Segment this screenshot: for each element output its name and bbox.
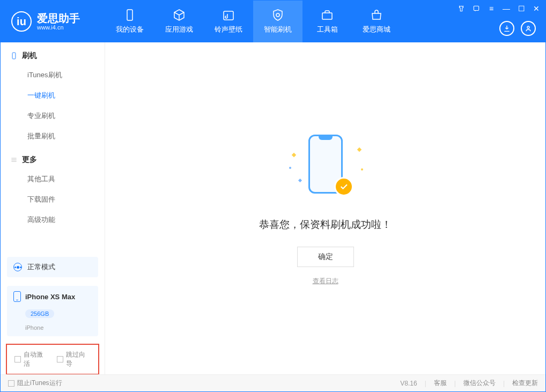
sidebar-group-flash: 刷机 (1, 42, 105, 65)
nav-label: 爱思商城 (363, 25, 390, 34)
status-bar: 阻止iTunes运行 V8.16 | 客服 | 微信公众号 | 检查更新 (1, 374, 545, 391)
check-update-link[interactable]: 检查更新 (512, 379, 538, 388)
checkbox-icon (14, 356, 21, 363)
svg-rect-0 (127, 10, 132, 20)
ok-button[interactable]: 确定 (297, 247, 354, 267)
mode-label: 正常模式 (27, 262, 55, 272)
checkbox-auto-activate[interactable]: 自动激活 (14, 350, 48, 368)
svg-rect-5 (12, 53, 16, 59)
nav-label: 智能刷机 (264, 25, 292, 34)
app-logo-icon: iu (11, 11, 32, 32)
app-header: iu 爱思助手 www.i4.cn 我的设备 应用游戏 铃声壁纸 智能刷机 工具… (1, 1, 545, 42)
separator: | (503, 380, 505, 387)
nav-label: 铃声壁纸 (215, 25, 242, 34)
sidebar-item-batch-flash[interactable]: 批量刷机 (1, 126, 105, 146)
device-icon (123, 9, 136, 21)
list-icon (10, 156, 18, 164)
sparkle-icon (291, 152, 296, 157)
nav-label: 应用游戏 (165, 25, 193, 34)
mode-box[interactable]: 正常模式 (7, 257, 98, 277)
shirt-icon[interactable] (456, 4, 466, 13)
phone-outline-icon (10, 52, 18, 60)
download-button[interactable] (499, 21, 514, 36)
flash-options-row: 自动激活 跳过向导 (6, 344, 99, 375)
app-body: 刷机 iTunes刷机 一键刷机 专业刷机 批量刷机 更多 其他工具 下载固件 … (1, 42, 545, 375)
sidebar-item-other-tools[interactable]: 其他工具 (1, 169, 105, 189)
nav-label: 我的设备 (116, 25, 144, 34)
checkmark-badge-icon (334, 177, 353, 196)
separator: | (454, 380, 456, 387)
version-label: V8.16 (400, 380, 417, 387)
nav-tab-toolbox[interactable]: 工具箱 (302, 1, 352, 42)
nav-tab-flash[interactable]: 智能刷机 (253, 1, 302, 42)
sidebar-item-download-fw[interactable]: 下载固件 (1, 189, 105, 210)
svg-rect-3 (474, 6, 478, 10)
close-button[interactable]: ✕ (532, 4, 541, 13)
menu-icon[interactable]: ≡ (486, 4, 496, 13)
checkbox-icon (57, 356, 63, 363)
music-folder-icon (222, 9, 235, 21)
svg-rect-2 (322, 13, 332, 19)
nav-tabs: 我的设备 应用游戏 铃声壁纸 智能刷机 工具箱 爱思商城 (105, 1, 401, 42)
sidebar-item-oneclick-flash[interactable]: 一键刷机 (1, 85, 105, 106)
svg-rect-1 (224, 11, 233, 20)
checkbox-icon (8, 380, 14, 387)
toolbox-icon (321, 9, 334, 21)
minimize-button[interactable]: — (501, 4, 511, 13)
checkbox-skip-guide[interactable]: 跳过向导 (57, 350, 91, 368)
device-capacity: 256GB (25, 309, 54, 318)
logo-area: iu 爱思助手 www.i4.cn (1, 1, 105, 42)
sidebar-item-itunes-flash[interactable]: iTunes刷机 (1, 65, 105, 85)
cube-icon (173, 9, 186, 21)
chk-label: 阻止iTunes运行 (17, 379, 62, 388)
window-controls: ≡ — ☐ ✕ (456, 4, 541, 13)
group-label: 刷机 (22, 51, 37, 61)
nav-tab-mydevice[interactable]: 我的设备 (105, 1, 154, 42)
support-link[interactable]: 客服 (434, 379, 447, 388)
view-log-link[interactable]: 查看日志 (313, 277, 338, 286)
feedback-icon[interactable] (471, 4, 481, 13)
checkbox-block-itunes[interactable]: 阻止iTunes运行 (8, 379, 62, 388)
device-name: iPhone XS Max (25, 293, 75, 301)
nav-tab-store[interactable]: 爱思商城 (352, 1, 401, 42)
main-content: 恭喜您，保资料刷机成功啦！ 确定 查看日志 (105, 42, 545, 375)
logo-text: 爱思助手 www.i4.cn (37, 12, 80, 31)
sidebar-item-pro-flash[interactable]: 专业刷机 (1, 106, 105, 126)
sparkle-icon (298, 178, 301, 182)
footer-right: V8.16 | 客服 | 微信公众号 | 检查更新 (400, 379, 538, 388)
dot-icon (361, 168, 363, 171)
svg-point-4 (527, 26, 529, 28)
store-icon (370, 9, 383, 21)
separator: | (425, 380, 426, 387)
sidebar: 刷机 iTunes刷机 一键刷机 专业刷机 批量刷机 更多 其他工具 下载固件 … (1, 42, 105, 375)
sidebar-group-more: 更多 (1, 146, 105, 169)
app-title: 爱思助手 (37, 12, 80, 24)
maximize-button[interactable]: ☐ (517, 4, 526, 13)
nav-tab-apps[interactable]: 应用游戏 (154, 1, 204, 42)
device-type: iPhone (25, 324, 43, 331)
dot-icon (289, 167, 291, 169)
phone-small-icon (13, 291, 21, 302)
user-button[interactable] (521, 21, 536, 36)
nav-tab-ringtone[interactable]: 铃声壁纸 (204, 1, 253, 42)
chk-label: 自动激活 (24, 350, 48, 368)
nav-label: 工具箱 (317, 25, 338, 34)
sparkle-icon (357, 147, 361, 151)
header-actions (499, 21, 536, 36)
sidebar-item-advanced[interactable]: 高级功能 (1, 210, 105, 230)
chk-label: 跳过向导 (66, 350, 91, 368)
wechat-link[interactable]: 微信公众号 (463, 379, 496, 388)
success-message: 恭喜您，保资料刷机成功啦！ (259, 218, 392, 232)
success-illustration (288, 132, 363, 202)
app-subtitle: www.i4.cn (37, 24, 80, 31)
shield-refresh-icon (271, 9, 284, 21)
mode-normal-icon (13, 263, 22, 271)
group-label: 更多 (22, 155, 37, 165)
device-box[interactable]: iPhone XS Max 256GB iPhone (7, 286, 98, 336)
